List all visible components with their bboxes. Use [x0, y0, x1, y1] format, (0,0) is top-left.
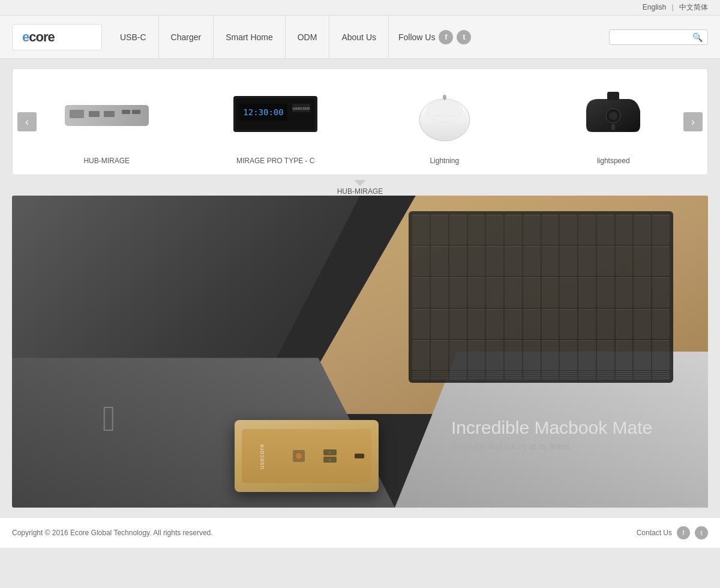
- search-icon[interactable]: 🔍: [692, 32, 703, 42]
- keyboard-key: [634, 377, 651, 377]
- svg-text:usecore: usecore: [293, 106, 310, 111]
- carousel-next-button[interactable]: ›: [683, 112, 703, 131]
- keyboard-key: [412, 375, 430, 376]
- keyboard-key: [560, 379, 577, 379]
- lang-english[interactable]: English: [643, 3, 666, 11]
- keyboard-key: [542, 246, 559, 276]
- keyboard-key: [468, 371, 485, 372]
- keyboard-key: [634, 371, 651, 372]
- nav-odm[interactable]: ODM: [286, 16, 330, 59]
- keyboard-key: [616, 373, 633, 374]
- logo[interactable]: ecore: [12, 24, 102, 50]
- main-nav: USB-C Charger Smart Home ODM About Us Fo…: [108, 16, 609, 59]
- hub-arrow-next: ›: [323, 457, 337, 463]
- keyboard-key: [616, 309, 633, 339]
- svg-rect-17: [607, 92, 619, 100]
- keyboard-key: [560, 215, 577, 245]
- keyboard-key: [597, 373, 614, 374]
- keyboard-key: [597, 277, 614, 307]
- nav-aboutus[interactable]: About Us: [329, 16, 389, 59]
- carousel-item-mirage-pro[interactable]: 12:30:00 usecore MIRAGE PRO TYPE - C: [221, 81, 329, 165]
- keyboard-key: [597, 246, 614, 276]
- keyboard-key: [523, 246, 541, 276]
- keyboard-key: [431, 309, 448, 339]
- svg-point-15: [443, 95, 446, 100]
- mirage-pro-image: 12:30:00 usecore: [227, 81, 323, 147]
- keyboard-key: [560, 377, 577, 377]
- logo-text: ecore: [22, 29, 55, 45]
- keyboard-key: [449, 277, 467, 307]
- keyboard-key: [578, 246, 596, 276]
- contact-us-link[interactable]: Contact Us: [637, 529, 672, 537]
- search-input[interactable]: [614, 32, 692, 41]
- hub-port: [355, 454, 364, 458]
- hero-title: Incredible Macbook Mate: [451, 418, 652, 438]
- keyboard-key: [652, 377, 670, 377]
- keyboard-key: [652, 371, 670, 372]
- keyboard-key: [412, 309, 430, 339]
- keyboard-key: [431, 371, 448, 372]
- keyboard-key: [560, 246, 577, 276]
- search-bar[interactable]: 🔍: [609, 29, 708, 45]
- carousel-selected-label: HUB-MIRAGE: [12, 180, 708, 196]
- keyboard-key: [634, 309, 651, 339]
- keyboard-key: [542, 277, 559, 307]
- keyboard-key: [523, 309, 541, 339]
- footer-twitter-icon[interactable]: t: [695, 526, 708, 539]
- keyboard-key: [560, 371, 577, 372]
- keyboard-key: [468, 373, 485, 374]
- keyboard-key: [652, 379, 670, 379]
- keyboard-key: [542, 379, 559, 379]
- copyright-text: Copyright © 2016 Ecore Global Technology…: [12, 529, 213, 537]
- keyboard-key: [486, 309, 503, 339]
- facebook-icon[interactable]: f: [439, 30, 453, 44]
- carousel-item-lightspeed[interactable]: lightspeed: [559, 81, 667, 165]
- svg-point-13: [427, 100, 463, 122]
- keyboard-key: [634, 379, 651, 379]
- keyboard-key: [431, 375, 448, 376]
- carousel-item-hub-mirage[interactable]: HUB-MIRAGE: [53, 81, 161, 165]
- footer-right: Contact Us f t: [637, 526, 708, 539]
- footer-facebook-icon[interactable]: f: [677, 526, 690, 539]
- keyboard-key: [412, 246, 430, 276]
- header: ecore USB-C Charger Smart Home ODM About…: [0, 16, 720, 59]
- carousel-prev-button[interactable]: ‹: [17, 112, 37, 131]
- mirage-pro-label: MIRAGE PRO TYPE - C: [236, 157, 314, 165]
- svg-rect-5: [132, 110, 140, 114]
- main-content: ‹: [0, 59, 720, 517]
- keyboard-key: [652, 375, 670, 376]
- keyboard-key: [468, 309, 485, 339]
- keyboard-key: [560, 340, 577, 370]
- keyboard-key: [412, 215, 430, 245]
- follow-label: Follow Us: [398, 32, 435, 42]
- nav-smarthome[interactable]: Smart Home: [214, 16, 286, 59]
- keyboard-key: [597, 340, 614, 370]
- svg-rect-20: [611, 124, 615, 130]
- hub-arrows: ‹ ›: [323, 449, 337, 463]
- keyboard-key: [486, 246, 503, 276]
- keyboard-key: [505, 277, 522, 307]
- language-bar: English | 中文简体: [0, 0, 720, 16]
- keyboard-key: [412, 277, 430, 307]
- nav-charger[interactable]: Charger: [159, 16, 214, 59]
- keyboard-key: [578, 215, 596, 245]
- carousel-item-lightning[interactable]: Lightning: [391, 81, 499, 165]
- keyboard-key: [431, 373, 448, 374]
- keyboard-key: [523, 277, 541, 307]
- keyboard-key: [431, 246, 448, 276]
- keyboard-key: [597, 371, 614, 372]
- keyboard-key: [449, 375, 467, 376]
- lang-chinese[interactable]: 中文简体: [679, 3, 708, 11]
- keyboard-key: [578, 309, 596, 339]
- keyboard-key: [560, 277, 577, 307]
- keyboard-key: [616, 246, 633, 276]
- keyboard-key: [634, 375, 651, 376]
- twitter-icon[interactable]: t: [457, 30, 471, 44]
- keyboard-key: [634, 373, 651, 374]
- keyboard-key: [542, 215, 559, 245]
- svg-rect-3: [104, 111, 115, 117]
- keyboard-key: [634, 246, 651, 276]
- nav-usbc[interactable]: USB-C: [108, 16, 159, 59]
- keyboard-key: [542, 371, 559, 372]
- keyboard-key: [486, 379, 503, 379]
